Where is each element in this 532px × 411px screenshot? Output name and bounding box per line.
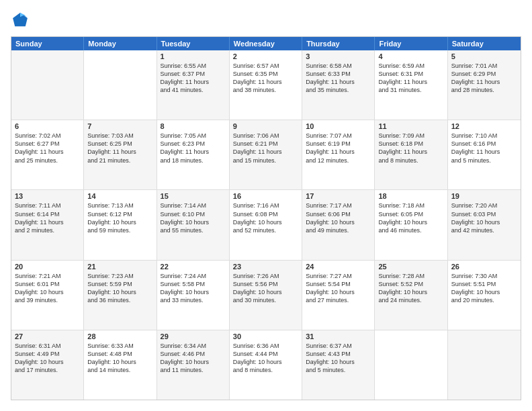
cell-line: Daylight: 10 hours [378, 218, 443, 226]
cell-line: Sunrise: 7:07 AM [306, 132, 371, 140]
calendar-cell: 24Sunrise: 7:27 AMSunset: 5:54 PMDayligh… [302, 261, 375, 330]
calendar: SundayMondayTuesdayWednesdayThursdayFrid… [11, 36, 521, 400]
day-number: 13 [15, 192, 80, 200]
cell-line: and 21 minutes. [87, 156, 152, 165]
cell-line: Sunrise: 7:24 AM [161, 272, 226, 280]
cell-line: Sunset: 6:16 PM [451, 140, 517, 148]
cell-line: Daylight: 10 hours [161, 358, 226, 366]
cell-line: Daylight: 10 hours [15, 358, 80, 366]
weekday-header-saturday: Saturday [448, 37, 521, 50]
calendar-cell: 22Sunrise: 7:24 AMSunset: 5:58 PMDayligh… [157, 261, 230, 330]
cell-line: Sunrise: 7:03 AM [87, 132, 152, 140]
calendar-cell: 26Sunrise: 7:30 AMSunset: 5:51 PMDayligh… [448, 261, 521, 330]
cell-line: and 25 minutes. [15, 156, 80, 165]
day-number: 4 [378, 52, 443, 60]
cell-line: Daylight: 11 hours [306, 148, 371, 156]
day-number: 17 [306, 192, 371, 200]
cell-line: Sunrise: 6:58 AM [306, 62, 371, 70]
cell-line: Sunset: 6:18 PM [378, 140, 443, 148]
cell-line: Sunrise: 6:36 AM [233, 342, 298, 350]
calendar-cell: 9Sunrise: 7:06 AMSunset: 6:21 PMDaylight… [230, 120, 302, 189]
cell-line: Sunset: 6:10 PM [161, 210, 226, 218]
header [11, 11, 521, 30]
day-number: 19 [451, 192, 517, 200]
cell-line: and 31 minutes. [378, 86, 443, 94]
logo [11, 11, 32, 30]
day-number: 29 [161, 332, 226, 340]
day-number: 12 [451, 122, 517, 130]
cell-line: Sunrise: 6:37 AM [306, 342, 371, 350]
cell-line: Daylight: 10 hours [161, 218, 226, 226]
cell-line: and 14 minutes. [87, 366, 152, 374]
cell-line: Sunset: 5:59 PM [87, 280, 152, 288]
cell-line: and 8 minutes. [233, 366, 298, 374]
cell-line: Daylight: 11 hours [15, 148, 80, 156]
day-number: 25 [378, 263, 443, 271]
day-number: 20 [15, 263, 80, 271]
cell-line: and 27 minutes. [306, 296, 371, 304]
calendar-cell: 12Sunrise: 7:10 AMSunset: 6:16 PMDayligh… [448, 120, 521, 189]
weekday-header-sunday: Sunday [11, 37, 84, 50]
cell-line: Daylight: 10 hours [306, 358, 371, 366]
cell-line: Sunset: 6:14 PM [15, 210, 80, 218]
day-number: 9 [233, 122, 298, 130]
cell-line: Daylight: 10 hours [87, 358, 152, 366]
cell-line: Daylight: 11 hours [233, 78, 298, 86]
calendar-cell: 25Sunrise: 7:28 AMSunset: 5:52 PMDayligh… [375, 261, 447, 330]
cell-line: Sunrise: 6:34 AM [161, 342, 226, 350]
cell-line: Sunset: 6:23 PM [161, 140, 226, 148]
cell-line: Sunset: 4:44 PM [233, 350, 298, 358]
cell-line: Daylight: 11 hours [87, 148, 152, 156]
cell-line: Sunset: 6:21 PM [233, 140, 298, 148]
cell-line: Sunrise: 7:18 AM [378, 201, 443, 210]
cell-line: and 36 minutes. [87, 296, 152, 304]
cell-line: Sunset: 6:31 PM [378, 70, 443, 78]
cell-line: and 42 minutes. [451, 226, 517, 234]
cell-line: and 33 minutes. [161, 296, 226, 304]
cell-line: and 38 minutes. [233, 86, 298, 94]
day-number: 16 [233, 192, 298, 200]
cell-line: Sunset: 6:37 PM [161, 70, 226, 78]
cell-line: Sunset: 6:05 PM [378, 210, 443, 218]
cell-line: Sunrise: 7:23 AM [87, 272, 152, 280]
cell-line: Sunrise: 7:26 AM [233, 272, 298, 280]
cell-line: Sunrise: 7:27 AM [306, 272, 371, 280]
calendar-cell: 29Sunrise: 6:34 AMSunset: 4:46 PMDayligh… [157, 330, 230, 400]
cell-line: Daylight: 10 hours [87, 218, 152, 226]
calendar-row-2: 6Sunrise: 7:02 AMSunset: 6:27 PMDaylight… [11, 120, 521, 189]
calendar-cell: 5Sunrise: 7:01 AMSunset: 6:29 PMDaylight… [448, 50, 521, 120]
cell-line: Sunset: 6:35 PM [233, 70, 298, 78]
cell-line: Daylight: 10 hours [451, 218, 517, 226]
calendar-cell: 7Sunrise: 7:03 AMSunset: 6:25 PMDaylight… [84, 120, 157, 189]
day-number: 28 [87, 332, 152, 340]
cell-line: Sunrise: 6:55 AM [161, 62, 226, 70]
cell-line: Daylight: 11 hours [161, 78, 226, 86]
cell-line: Sunrise: 7:13 AM [87, 201, 152, 210]
cell-line: Sunset: 5:58 PM [161, 280, 226, 288]
cell-line: Daylight: 10 hours [87, 288, 152, 296]
cell-line: Daylight: 11 hours [378, 148, 443, 156]
cell-line: Sunrise: 7:02 AM [15, 132, 80, 140]
calendar-header: SundayMondayTuesdayWednesdayThursdayFrid… [11, 37, 521, 50]
cell-line: Sunrise: 7:09 AM [378, 132, 443, 140]
calendar-cell: 15Sunrise: 7:14 AMSunset: 6:10 PMDayligh… [157, 190, 230, 259]
cell-line: and 18 minutes. [161, 156, 226, 165]
calendar-cell: 31Sunrise: 6:37 AMSunset: 4:43 PMDayligh… [302, 330, 375, 400]
day-number: 3 [306, 52, 371, 60]
cell-line: Sunset: 4:43 PM [306, 350, 371, 358]
day-number: 24 [306, 263, 371, 271]
cell-line: Sunset: 6:06 PM [306, 210, 371, 218]
cell-line: Sunset: 4:49 PM [15, 350, 80, 358]
calendar-cell: 2Sunrise: 6:57 AMSunset: 6:35 PMDaylight… [230, 50, 302, 120]
calendar-cell: 3Sunrise: 6:58 AMSunset: 6:33 PMDaylight… [302, 50, 375, 120]
cell-line: Daylight: 11 hours [15, 218, 80, 226]
calendar-cell: 23Sunrise: 7:26 AMSunset: 5:56 PMDayligh… [230, 261, 302, 330]
cell-line: and 46 minutes. [378, 226, 443, 234]
day-number: 11 [378, 122, 443, 130]
calendar-cell: 1Sunrise: 6:55 AMSunset: 6:37 PMDaylight… [157, 50, 230, 120]
cell-line: Sunset: 5:52 PM [378, 280, 443, 288]
cell-line: Daylight: 11 hours [451, 78, 517, 86]
calendar-row-5: 27Sunrise: 6:31 AMSunset: 4:49 PMDayligh… [11, 330, 521, 400]
day-number: 6 [15, 122, 80, 130]
weekday-header-friday: Friday [375, 37, 447, 50]
